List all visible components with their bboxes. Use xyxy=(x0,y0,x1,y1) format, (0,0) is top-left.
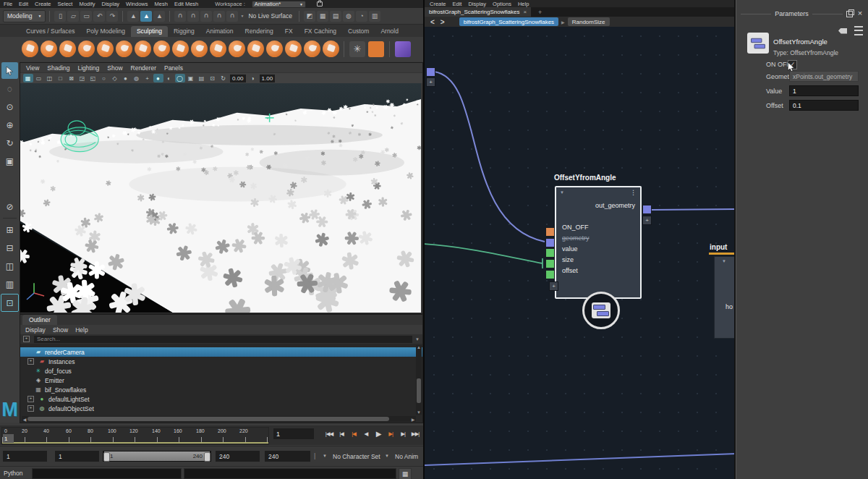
ol-menu-show[interactable]: Show xyxy=(53,326,68,334)
shelf-tab-fx[interactable]: FX xyxy=(279,26,299,37)
close-icon[interactable]: × xyxy=(523,9,527,15)
menu-file[interactable]: File xyxy=(4,1,12,7)
anim-layer-selector[interactable]: No Anim xyxy=(395,453,418,460)
port-out-geometry[interactable] xyxy=(642,205,652,214)
vp-menu-view[interactable]: View xyxy=(26,64,39,72)
live-surface-label[interactable]: No Live Surface xyxy=(248,12,292,20)
spray-tool-icon[interactable] xyxy=(153,41,170,57)
undock-icon[interactable] xyxy=(846,11,853,17)
node-offsetyfromangle[interactable]: ▼ ⋮ out_geometry ON_OFF geometry value s… xyxy=(555,186,642,299)
outliner-item-defaultobjectset[interactable]: + ◍ defaultObjectSet xyxy=(20,404,422,413)
port-value[interactable] xyxy=(545,248,555,258)
snap-to-point-icon[interactable]: ∪ xyxy=(200,11,212,22)
chevron-down-icon[interactable]: ▼ xyxy=(240,14,244,18)
flatten-tool-icon[interactable] xyxy=(116,41,132,57)
value-field[interactable]: 1 xyxy=(789,85,859,96)
add-output-port-button[interactable]: + xyxy=(642,216,652,225)
smooth-tool-icon[interactable] xyxy=(41,41,57,57)
grid-options-icon[interactable]: ◍ xyxy=(343,11,354,22)
relax-tool-icon[interactable] xyxy=(59,41,76,57)
character-icon[interactable]: ▦ xyxy=(317,11,328,22)
undo-icon[interactable]: ↶ xyxy=(93,11,105,22)
menu-edit-mesh[interactable]: Edit Mesh xyxy=(174,1,198,7)
last-tool[interactable]: ⊘ xyxy=(1,198,18,215)
port-size[interactable] xyxy=(545,259,555,268)
menu-select[interactable]: Select xyxy=(58,1,73,7)
workspace-selector[interactable]: Animation* ▼ xyxy=(252,1,306,8)
search-input[interactable]: Search... xyxy=(34,336,412,343)
expand-icon[interactable]: + xyxy=(27,405,34,412)
outliner-item-dof-focus[interactable]: ✳ dof_focus xyxy=(20,366,422,376)
move-tool[interactable]: ⊕ xyxy=(1,116,18,133)
shadows-icon[interactable]: + xyxy=(142,74,153,82)
playback-end-field[interactable]: 240 xyxy=(216,451,260,462)
scroll-thumb[interactable] xyxy=(417,378,421,403)
construction-history-icon[interactable]: ◩ xyxy=(304,11,315,22)
expand-icon[interactable]: + xyxy=(27,396,34,402)
snap-to-grid-icon[interactable]: ∪ xyxy=(174,11,186,22)
pinch-tool-icon[interactable] xyxy=(97,41,114,57)
scroll-down-icon[interactable]: ▼ xyxy=(416,410,422,415)
menu-set-selector[interactable]: Modeling ▼ xyxy=(3,10,46,22)
viewport-canvas[interactable] xyxy=(20,83,421,313)
freeze-tool-icon[interactable]: ✳ xyxy=(349,41,365,57)
chevron-down-icon[interactable]: ▼ xyxy=(385,454,389,458)
nav-forward-button[interactable]: > xyxy=(439,18,446,26)
redo-icon[interactable]: ↷ xyxy=(106,11,118,22)
exposure-icon[interactable]: ↻ xyxy=(218,74,229,82)
breadcrumb-compound[interactable]: RandomSize xyxy=(568,17,610,26)
script-editor-icon[interactable]: ▦ xyxy=(399,468,412,479)
snap-to-plane-icon[interactable]: ∪ xyxy=(213,11,225,22)
menu-edit[interactable]: Edit xyxy=(19,1,28,7)
motion-blur-icon[interactable]: ◐ xyxy=(164,74,174,82)
joints-xray-icon[interactable]: ⊡ xyxy=(208,74,218,82)
shelf-tab-custom[interactable]: Custom xyxy=(342,26,375,37)
shelf-tab-poly-modeling[interactable]: Poly Modeling xyxy=(81,26,131,37)
lights-icon[interactable]: ◍ xyxy=(132,74,142,82)
foamy-tool-icon[interactable] xyxy=(135,41,151,57)
graph-menu-options[interactable]: Options xyxy=(493,1,511,7)
lock-icon[interactable] xyxy=(317,1,323,7)
shelf-tab-animation[interactable]: Animation xyxy=(200,26,239,37)
shelf-tab-rigging[interactable]: Rigging xyxy=(168,26,200,37)
new-scene-icon[interactable]: ▯ xyxy=(54,11,66,22)
step-back-frame-button[interactable]: |◀ xyxy=(336,428,347,440)
outliner-item-defaultlightset[interactable]: + ● defaultLightSet xyxy=(20,394,422,404)
vp-menu-show[interactable]: Show xyxy=(107,64,122,72)
outliner-item-bif-snowflakes[interactable]: ▦ bif_Snowflakes xyxy=(20,385,422,394)
command-input[interactable] xyxy=(32,468,182,479)
paint-attr-icon[interactable] xyxy=(395,41,411,57)
repeat-tool-icon[interactable] xyxy=(172,41,189,57)
snap-to-surface-icon[interactable]: ∪ xyxy=(226,11,238,22)
scale-tool[interactable]: ▣ xyxy=(1,153,18,169)
rotate-tool[interactable]: ↻ xyxy=(1,135,18,151)
menu-mesh[interactable]: Mesh xyxy=(155,1,168,7)
filter-icon[interactable]: + xyxy=(23,336,30,342)
amplify-tool-icon[interactable] xyxy=(323,41,339,57)
menu-display[interactable]: Display xyxy=(102,1,120,7)
graph-menu-display[interactable]: Display xyxy=(468,1,486,7)
step-forward-key-button[interactable]: ▶| xyxy=(385,428,396,440)
port-geometry[interactable] xyxy=(545,238,555,247)
ol-menu-help[interactable]: Help xyxy=(75,326,88,334)
sculpt-panel-icon[interactable] xyxy=(368,41,384,57)
scroll-thumb[interactable] xyxy=(27,417,389,421)
gamma-field[interactable]: 1.00 xyxy=(260,75,276,82)
play-button[interactable]: ▶ xyxy=(373,428,384,440)
collapse-icon[interactable]: ▼ xyxy=(560,190,564,195)
geometry-field[interactable]: xPoints.out_geometry xyxy=(789,71,859,82)
anti-alias-icon[interactable]: ◯ xyxy=(175,74,185,82)
shelf-tab-fx-caching[interactable]: FX Caching xyxy=(299,26,342,37)
chevron-down-icon[interactable]: ▼ xyxy=(323,454,327,458)
menu-modify[interactable]: Modify xyxy=(79,1,95,7)
wireframe-icon[interactable]: ○ xyxy=(99,74,109,82)
chevron-down-icon[interactable]: ▼ xyxy=(415,337,420,342)
wax-tool-icon[interactable] xyxy=(210,41,226,57)
close-icon[interactable]: × xyxy=(856,10,864,17)
vp-menu-panels[interactable]: Panels xyxy=(164,64,183,72)
outliner-horizontal-scrollbar[interactable]: ◀ ▶ xyxy=(22,416,416,422)
shelf-tab-sculpting[interactable]: Sculpting xyxy=(131,26,168,37)
character-set-selector[interactable]: No Character Set xyxy=(333,453,380,460)
vp-menu-lighting[interactable]: Lighting xyxy=(77,64,99,72)
play-backwards-button[interactable]: ◀ xyxy=(360,428,372,440)
